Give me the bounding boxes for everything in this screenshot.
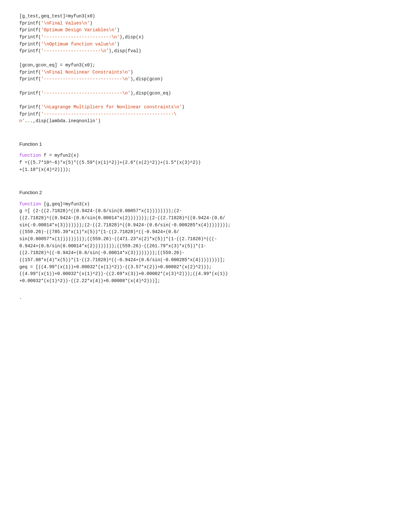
dot-marker: . [19, 294, 392, 301]
code-line-1: [g_test,geq_test]=myfun3(x0) [19, 13, 392, 20]
function2-line-11: ((4.99*(x(1))+0.00032*(x(1)^2))-((2.69*x… [19, 271, 392, 278]
code-line-7: [gcon,gcon_eq] = myfun3(x0); [19, 62, 392, 69]
function1-title: Function 1 [19, 140, 392, 148]
code-line-8: fprintf('\nFinal Nonlinear Constraints\n… [19, 69, 392, 76]
top-code-block: [g_test,geq_test]=myfun3(x0) fprintf('\n… [19, 13, 392, 125]
function2-line-9: ((157.08*x(4)*x(5))*(1-((2.71828)^((-0.9… [19, 257, 392, 264]
function2-section: Function 2 function [g,geq]=myfun3(x) g … [19, 189, 392, 285]
function1-line-3: +(1.18*(x(4)^2)))); [19, 166, 392, 173]
function2-line-7: 0.9424+(0.6/sin(0.00014*x(2))))))));((55… [19, 243, 392, 250]
code-line-blank2 [19, 83, 392, 90]
function1-line-1: function f = myfun2(x) [19, 152, 392, 159]
function2-line-1: function [g,geq]=myfun3(x) [19, 201, 392, 208]
code-line-12: fprintf('-------------------------------… [19, 111, 392, 118]
function2-code: function [g,geq]=myfun3(x) g =[ (2-((2.7… [19, 201, 392, 285]
code-line-13: n'...,disp(lambda.ineqnonlin') [19, 118, 392, 125]
code-line-10: fprintf('-----------------------------\n… [19, 90, 392, 97]
function2-line-2: g =[ (2-((2.71828)^((0.9424-(0.6/sin(0.0… [19, 208, 392, 215]
function2-line-10: geq = [((4.99*(x(1))+0.00032*(x(1)^2))-(… [19, 264, 392, 271]
function2-line-3: ((2.71828)^((0.9424-(0.6/sin(0.00014*x(2… [19, 215, 392, 222]
function1-code: function f = myfun2(x) f =((5.7*10^-6)*x… [19, 152, 392, 173]
code-line-11: fprintf('\nLagrange Multipliers for Nonl… [19, 104, 392, 111]
code-line-blank3 [19, 97, 392, 104]
code-line-9: fprintf('-----------------------------\n… [19, 76, 392, 83]
function2-title: Function 2 [19, 189, 392, 196]
code-line-blank1 [19, 55, 392, 62]
code-line-2: fprintf('\nFinal Values\n') [19, 20, 392, 27]
code-line-5: fprintf('\nOptimum function value\n') [19, 41, 392, 48]
function2-line-5: ((559.26)-((785.39*x(1)*x(5))*(1-((2.718… [19, 229, 392, 236]
code-line-4: fprintf('-------------------------\n'),d… [19, 34, 392, 41]
function2-line-4: sin(-0.00014*x(3)))))));(2-((2.71828)^((… [19, 222, 392, 229]
code-line-3: fprintf('Optimum Design Variables\n') [19, 27, 392, 34]
function1-line-2: f =((5.7*10^-6)*x(5)*((5.59*(x(1)^2))+(2… [19, 159, 392, 166]
code-line-6: fprintf('---------------------\n'),disp(… [19, 48, 392, 55]
function1-section: Function 1 function f = myfun2(x) f =((5… [19, 140, 392, 173]
function2-line-12: +0.00032*(x(1)^2))-((2.22*x(4))+0.00008*… [19, 278, 392, 285]
function2-line-8: ((2.71828)^((-0.9424+(0.6/sin(-0.00014*x… [19, 250, 392, 257]
function2-line-6: sin(0.00057*x(1)))))))));((559.26)-((471… [19, 236, 392, 243]
